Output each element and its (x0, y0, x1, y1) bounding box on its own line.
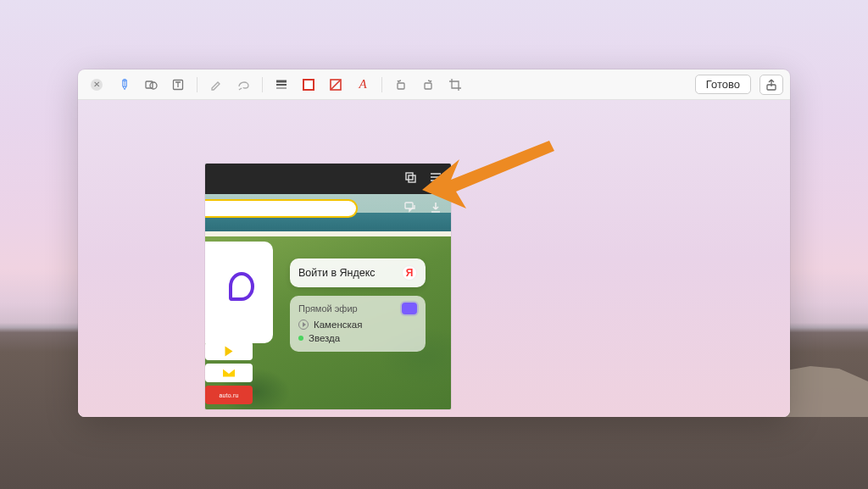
tile (205, 364, 253, 382)
screenshot-editor-window: ✕ ✎ (78, 69, 790, 417)
address-bar (205, 199, 358, 218)
highlight-tool[interactable] (204, 74, 228, 96)
toolbar-separator (197, 77, 198, 92)
browser-header (205, 164, 451, 194)
shape-tool[interactable] (139, 74, 163, 96)
live-badge-icon (402, 303, 417, 314)
stroke-color-picker[interactable] (297, 74, 320, 96)
live-tv-card: Прямой эфир Каменская Звезда (290, 296, 426, 352)
desktop-wallpaper: ✕ ✎ (0, 0, 868, 489)
share-icon (765, 78, 778, 92)
svg-point-1 (150, 82, 157, 89)
font-icon: A (359, 77, 366, 92)
line-style-icon (275, 78, 288, 92)
font-picker[interactable]: A (351, 74, 375, 96)
crop-icon (448, 78, 462, 92)
toolbar-separator (381, 77, 382, 92)
play-icon (298, 320, 309, 330)
yandex-login-card: Войти в Яндекс Я (290, 258, 426, 287)
tile (205, 342, 253, 360)
status-dot-icon (298, 336, 303, 341)
svg-rect-9 (409, 175, 415, 182)
share-button[interactable] (760, 75, 783, 95)
editor-canvas[interactable]: Войти в Яндекс Я Прямой эфир Каменская З… (78, 100, 790, 417)
close-icon: ✕ (91, 79, 103, 91)
browser-toolbar (205, 194, 451, 225)
captured-screenshot: Войти в Яндекс Я Прямой эфир Каменская З… (205, 164, 451, 409)
shape-icon (144, 78, 158, 92)
text-tool[interactable] (166, 74, 190, 96)
svg-rect-10 (405, 203, 413, 208)
tabs-icon (403, 170, 417, 187)
signature-tool[interactable] (231, 74, 255, 96)
svg-line-4 (331, 81, 340, 89)
pen-icon: ✎ (114, 75, 134, 94)
downloads-icon (429, 201, 442, 218)
live-item: Каменская (314, 320, 362, 330)
highlight-icon (209, 78, 223, 92)
line-style-picker[interactable] (270, 74, 293, 96)
rotate-left-button[interactable] (389, 74, 413, 96)
lasso-icon (236, 78, 250, 92)
editor-toolbar: ✕ ✎ (78, 69, 790, 100)
live-item: Звезда (309, 333, 340, 343)
crop-button[interactable] (443, 74, 467, 96)
fill-color-picker[interactable] (324, 74, 348, 96)
svg-rect-5 (398, 83, 404, 89)
menu-icon (429, 170, 442, 187)
toolbar-separator (262, 77, 263, 92)
pen-drawing (229, 272, 254, 301)
rotate-right-icon (421, 78, 435, 92)
svg-rect-6 (425, 83, 431, 89)
fill-color-icon (329, 78, 342, 92)
done-button[interactable]: Готово (695, 75, 751, 94)
tile-auto: auto.ru (205, 386, 253, 404)
text-icon (171, 78, 185, 92)
pen-tool[interactable]: ✎ (112, 74, 136, 96)
rotate-right-button[interactable] (416, 74, 440, 96)
login-label: Войти в Яндекс (298, 267, 376, 279)
stroke-color-icon (303, 79, 314, 91)
svg-rect-8 (406, 173, 413, 180)
rotate-left-icon (394, 78, 408, 92)
close-button[interactable]: ✕ (85, 74, 108, 96)
yandex-logo-icon: Я (402, 265, 417, 281)
quick-tiles: auto.ru (205, 338, 253, 408)
feedback-icon (403, 201, 417, 218)
live-title: Прямой эфир (298, 303, 358, 314)
